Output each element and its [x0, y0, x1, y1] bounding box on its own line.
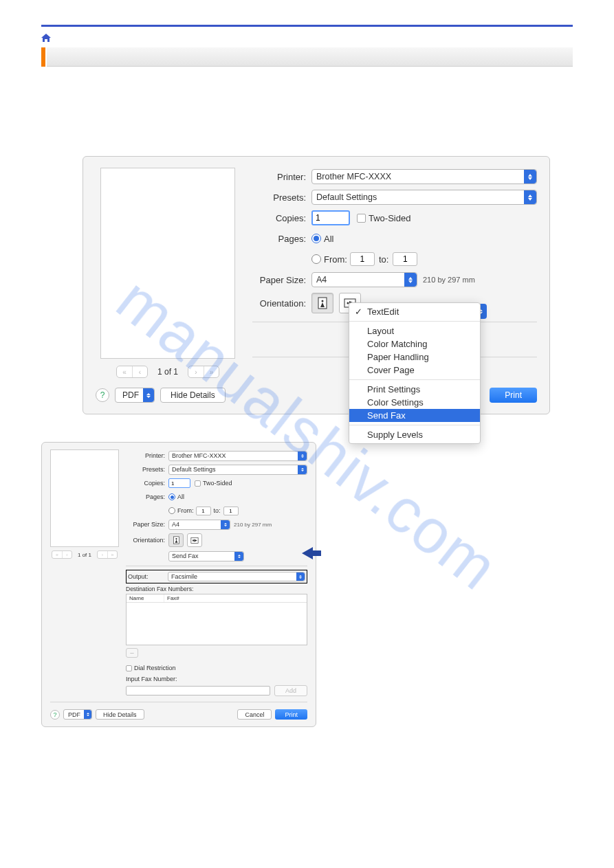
- pages-to-label: to:: [379, 254, 388, 265]
- printer-label-small: Printer:: [126, 452, 168, 459]
- pages-from-label-small: From:: [177, 507, 194, 514]
- pages-all-label-small: All: [177, 493, 184, 500]
- printer-select[interactable]: Brother MFC-XXXX: [311, 169, 537, 184]
- two-sided-label: Two-Sided: [369, 213, 410, 223]
- paper-size-dimensions: 210 by 297 mm: [423, 276, 475, 284]
- input-fax-label: Input Fax Number:: [126, 676, 307, 682]
- pages-label: Pages:: [252, 234, 311, 244]
- presets-select-small[interactable]: Default Settings: [168, 465, 307, 475]
- orientation-label: Orientation:: [252, 298, 311, 309]
- pages-from-label: From:: [324, 254, 347, 265]
- dial-restriction-label: Dial Restriction: [134, 665, 176, 671]
- dial-restriction-checkbox[interactable]: [126, 665, 132, 671]
- pager-prev-group-small[interactable]: «‹: [52, 550, 72, 559]
- orientation-label-small: Orientation:: [126, 537, 168, 544]
- copies-label: Copies:: [252, 213, 311, 223]
- col-name-header: Name: [127, 594, 164, 602]
- popup-item-textedit[interactable]: TextEdit: [349, 305, 480, 318]
- pages-all-radio[interactable]: [311, 234, 321, 243]
- pages-to-input[interactable]: [393, 252, 417, 266]
- pages-from-input[interactable]: [350, 252, 375, 266]
- presets-select[interactable]: Default Settings: [311, 190, 537, 205]
- orientation-landscape-button-small[interactable]: [187, 533, 202, 547]
- popup-item-paper-handling[interactable]: Paper Handling: [349, 350, 480, 364]
- two-sided-checkbox-small[interactable]: [195, 480, 201, 487]
- pager-prev-group[interactable]: «‹: [116, 366, 148, 378]
- presets-label: Presets:: [252, 192, 311, 203]
- paper-size-dimensions-small: 210 by 297 mm: [234, 522, 272, 528]
- section-select-small[interactable]: Send Fax: [168, 551, 244, 561]
- print-button[interactable]: Print: [490, 388, 537, 403]
- popup-item-supply-levels[interactable]: Supply Levels: [349, 428, 480, 441]
- remove-destination-button[interactable]: −: [126, 648, 138, 658]
- destination-fax-table[interactable]: Name Fax#: [126, 594, 307, 645]
- top-blue-rule: [41, 25, 573, 27]
- col-fax-header: Fax#: [164, 594, 182, 602]
- pages-all-label: All: [324, 234, 333, 244]
- popup-item-print-settings[interactable]: Print Settings: [349, 383, 480, 396]
- pages-from-input-small[interactable]: [196, 507, 211, 515]
- help-button-small[interactable]: ?: [50, 710, 60, 720]
- printer-label: Printer:: [252, 172, 311, 182]
- pdf-menu-button[interactable]: PDF: [115, 388, 155, 403]
- popup-item-color-settings[interactable]: Color Settings: [349, 396, 480, 409]
- destination-fax-label: Destination Fax Numbers:: [126, 586, 307, 592]
- copies-input[interactable]: [311, 210, 350, 225]
- print-preview-page: [100, 168, 235, 359]
- add-fax-button[interactable]: Add: [274, 685, 307, 696]
- pages-to-input-small[interactable]: [223, 507, 239, 515]
- pager-next-group-small[interactable]: ›»: [97, 550, 118, 559]
- svg-point-1: [322, 300, 324, 302]
- popup-item-cover-page[interactable]: Cover Page: [349, 364, 480, 377]
- popup-item-layout[interactable]: Layout: [349, 324, 480, 337]
- printer-select-small[interactable]: Brother MFC-XXXX: [168, 451, 307, 461]
- pages-from-radio[interactable]: [311, 254, 321, 264]
- cancel-button-small[interactable]: Cancel: [237, 709, 272, 720]
- paper-size-select[interactable]: A4: [311, 272, 417, 287]
- pages-label-small: Pages:: [126, 493, 168, 500]
- two-sided-checkbox[interactable]: [357, 214, 366, 223]
- print-button-small[interactable]: Print: [275, 709, 307, 720]
- home-icon[interactable]: [41, 34, 51, 42]
- paper-size-select-small[interactable]: A4: [168, 520, 230, 530]
- print-dialog-sendfax: «‹ 1 of 1 ›» Printer: Brother MFC-XXXX P…: [41, 442, 316, 727]
- presets-label-small: Presets:: [126, 466, 168, 473]
- pager-count-label-small: 1 of 1: [78, 552, 91, 558]
- copies-label-small: Copies:: [126, 480, 168, 487]
- svg-point-7: [193, 539, 194, 541]
- output-label: Output:: [128, 573, 164, 580]
- pdf-menu-button-small[interactable]: PDF: [63, 709, 92, 720]
- orientation-portrait-button-small[interactable]: [168, 533, 184, 547]
- hide-details-button[interactable]: Hide Details: [160, 388, 226, 403]
- help-button[interactable]: ?: [96, 388, 109, 402]
- svg-point-5: [175, 538, 177, 539]
- print-preview-page-small: [50, 449, 119, 547]
- pages-to-label-small: to:: [214, 507, 221, 514]
- pager-count-label: 1 of 1: [157, 367, 178, 377]
- section-heading-bar: [41, 47, 573, 67]
- popup-item-color-matching[interactable]: Color Matching: [349, 337, 480, 350]
- paper-size-label-small: Paper Size:: [126, 521, 168, 528]
- popup-item-send-fax[interactable]: Send Fax: [349, 409, 480, 422]
- section-popup-menu: TextEdit Layout Color Matching Paper Han…: [349, 302, 481, 444]
- hide-details-button-small[interactable]: Hide Details: [96, 709, 144, 720]
- copies-input-small[interactable]: [168, 478, 190, 488]
- pager-next-group[interactable]: ›»: [188, 366, 219, 378]
- print-dialog-large: «‹ 1 of 1 ›» Printer: Brother MFC-XXXX P…: [83, 156, 550, 414]
- pages-from-radio-small[interactable]: [168, 507, 175, 514]
- callout-arrow-icon: [302, 547, 321, 559]
- orientation-portrait-button[interactable]: [311, 293, 333, 313]
- input-fax-number-field[interactable]: [126, 686, 270, 695]
- output-highlight-frame: Output: Facsimile: [126, 570, 307, 583]
- two-sided-label-small: Two-Sided: [203, 480, 232, 487]
- paper-size-label: Paper Size:: [252, 275, 311, 285]
- output-select[interactable]: Facsimile: [168, 572, 305, 581]
- pages-all-radio-small[interactable]: [168, 493, 175, 500]
